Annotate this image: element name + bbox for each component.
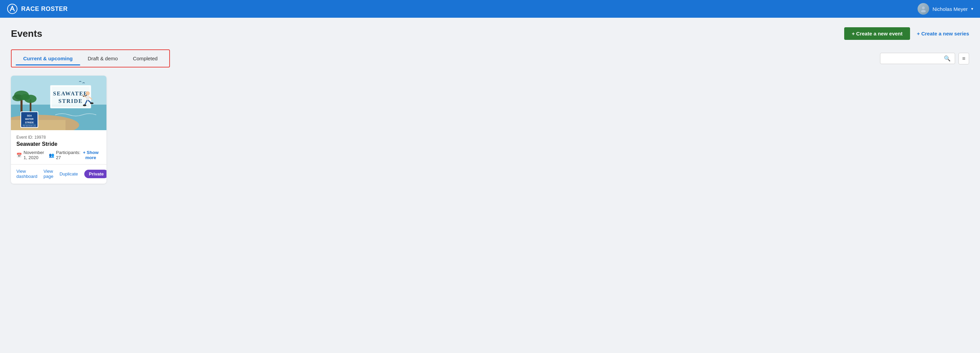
tabs-filter-row: Current & upcoming Draft & demo Complete… (11, 49, 969, 68)
user-menu[interactable]: Nicholas Meyer ▾ (918, 3, 973, 15)
svg-point-2 (921, 10, 926, 12)
logo-text: RACE ROSTER (21, 5, 68, 13)
svg-point-17 (86, 95, 89, 101)
page-actions: + Create a new event + Create a new seri… (844, 27, 969, 40)
participants-icon: 👥 (49, 153, 54, 158)
event-date: 📅 November 1, 2020 (16, 150, 44, 160)
svg-text:STRIDE: STRIDE (25, 121, 34, 124)
duplicate-link[interactable]: Duplicate (59, 171, 78, 176)
svg-point-1 (922, 6, 925, 9)
svg-point-24 (90, 103, 94, 104)
event-name: Seawater Stride (16, 141, 101, 147)
svg-text:the sea loves you: the sea loves you (23, 125, 36, 127)
search-icon: 🔍 (944, 55, 951, 62)
search-input[interactable] (885, 56, 941, 61)
calendar-icon: 📅 (16, 153, 22, 158)
svg-text:SEA: SEA (27, 114, 32, 117)
page-content: Events + Create a new event + Create a n… (0, 18, 980, 193)
event-id: Event ID: 19978 (16, 135, 101, 140)
svg-text:STRIDE: STRIDE (58, 98, 83, 104)
svg-point-18 (86, 91, 90, 95)
chevron-down-icon: ▾ (971, 6, 973, 11)
create-event-button[interactable]: + Create a new event (844, 27, 910, 40)
logo[interactable]: RACE ROSTER (7, 3, 68, 14)
filter-button[interactable]: ≡ (958, 53, 969, 64)
svg-text:WATER: WATER (25, 118, 34, 120)
filter-controls: 🔍 ≡ (880, 53, 969, 64)
tab-completed[interactable]: Completed (125, 53, 165, 64)
race-roster-logo-icon (7, 3, 18, 14)
user-name: Nicholas Meyer (932, 6, 968, 12)
tabs-container: Current & upcoming Draft & demo Complete… (11, 49, 170, 68)
event-card: SEAWATER STRIDE (11, 76, 107, 184)
show-more-button[interactable]: + Show more (81, 150, 101, 160)
event-participants: 👥 Participants: 27 (49, 150, 81, 160)
header: RACE ROSTER Nicholas Meyer ▾ (0, 0, 980, 18)
search-box[interactable]: 🔍 (880, 53, 955, 64)
event-date-text: November 1, 2020 (24, 150, 44, 160)
event-meta: 📅 November 1, 2020 👥 Participants: 27 + … (16, 150, 101, 160)
event-card-image: SEAWATER STRIDE (11, 76, 107, 130)
event-participants-text: Participants: 27 (56, 150, 81, 160)
event-card-body: Event ID: 19978 Seawater Stride 📅 Novemb… (11, 130, 107, 160)
avatar (918, 3, 929, 15)
view-dashboard-link[interactable]: View dashboard (16, 169, 37, 179)
tab-current-upcoming[interactable]: Current & upcoming (16, 53, 80, 64)
card-divider (11, 164, 107, 165)
page-header: Events + Create a new event + Create a n… (11, 27, 969, 40)
svg-point-23 (83, 104, 86, 106)
event-card-actions: View dashboard View page Duplicate Priva… (11, 169, 107, 184)
svg-point-12 (24, 95, 37, 103)
view-page-link[interactable]: View page (43, 169, 53, 179)
private-badge: Private (84, 170, 107, 178)
create-series-button[interactable]: + Create a new series (917, 31, 969, 36)
tab-draft-demo[interactable]: Draft & demo (80, 53, 125, 64)
page-title: Events (11, 28, 42, 39)
events-grid: SEAWATER STRIDE (11, 76, 969, 184)
